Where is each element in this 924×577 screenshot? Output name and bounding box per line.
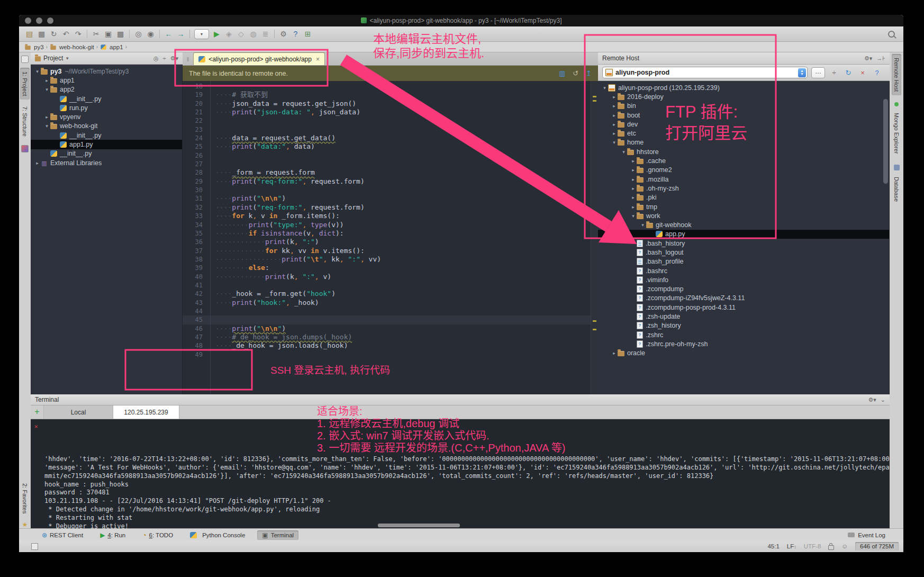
remote-row-boot[interactable]: ▸boot — [598, 111, 889, 120]
remote-row-.bashrc[interactable]: .bashrc — [598, 266, 889, 275]
project-row-web-hook-git[interactable]: ▾web-hook-git — [31, 122, 182, 131]
remote-row-oracle[interactable]: ▸oracle — [598, 349, 889, 358]
debug-icon[interactable]: ◈ — [223, 27, 235, 41]
terminal-output[interactable]: ✕ 'hhdev', 'time': '2016-07-22T14:13:22+… — [31, 419, 890, 528]
project-row-run.py[interactable]: run.py — [31, 103, 182, 112]
code-line-49[interactable]: 49 — [183, 350, 598, 359]
tree-arrow-icon[interactable]: ▾ — [43, 87, 50, 92]
code-line-27[interactable]: 27 — [183, 160, 598, 168]
remote-row-.oh-my-zsh[interactable]: ▸.oh-my-zsh — [598, 184, 889, 193]
memory-indicator[interactable]: 646 of 725M — [855, 542, 899, 551]
run-icon[interactable]: ▶ — [211, 27, 223, 41]
tree-arrow-icon[interactable]: ▾ — [601, 85, 608, 91]
tool-tab-python-console[interactable]: Python Console — [185, 531, 250, 539]
tree-arrow-icon[interactable]: ▸ — [34, 160, 41, 166]
terminal-tab-remote[interactable]: 120.25.195.239 — [113, 405, 179, 419]
remote-row-.cache[interactable]: ▸.cache — [598, 156, 889, 165]
remote-row-.pki[interactable]: ▸.pki — [598, 193, 889, 202]
code-line-38[interactable]: 38················print("\t", kk, ":", v… — [183, 255, 598, 264]
tree-arrow-icon[interactable]: ▾ — [630, 213, 637, 219]
code-line-22[interactable]: 22 — [183, 116, 598, 125]
code-line-41[interactable]: 41 — [183, 281, 598, 290]
remote-row-.bash_history[interactable]: .bash_history — [598, 239, 889, 248]
remote-row-.zshrc[interactable]: .zshrc — [598, 330, 889, 339]
remote-row-app.py[interactable]: app.py — [598, 230, 889, 239]
collapse-all-icon[interactable]: ÷ — [163, 55, 166, 61]
redo-icon[interactable]: ↷ — [72, 27, 84, 41]
remote-row-home[interactable]: ▾home — [598, 138, 889, 147]
tree-arrow-icon[interactable]: ▸ — [630, 158, 637, 164]
code-line-45[interactable]: 45 — [183, 315, 598, 324]
code-line-44[interactable]: 44 — [183, 307, 598, 315]
settings-icon[interactable]: ⚙ — [277, 27, 289, 41]
remote-row-.zcompdump-iZ94fv5sjweZ-4.3.11[interactable]: .zcompdump-iZ94fv5sjweZ-4.3.11 — [598, 294, 889, 303]
help-icon[interactable]: ? — [289, 27, 302, 41]
tree-arrow-icon[interactable]: ▸ — [630, 204, 637, 210]
minimize-icon[interactable]: ⌄ — [881, 396, 885, 403]
lock-icon[interactable] — [828, 545, 834, 550]
locate-icon[interactable]: ◎ — [153, 55, 159, 62]
save-icon[interactable]: ▦ — [35, 27, 48, 41]
tree-arrow-icon[interactable]: ▾ — [639, 222, 646, 228]
sidebar-tab-remote-host[interactable]: Remote Host — [892, 54, 901, 95]
code-line-46[interactable]: 46····print("\n\n") — [183, 324, 598, 333]
remote-row-work[interactable]: ▾work — [598, 211, 889, 220]
server-select[interactable]: aliyun-posp-prod ▲▼ — [602, 67, 808, 78]
code-line-21[interactable]: 21····print("json-data: ", json_data) — [183, 108, 598, 116]
remote-row-.zsh-update[interactable]: .zsh-update — [598, 312, 889, 321]
gear-icon[interactable]: ⚙▾ — [864, 55, 872, 62]
stepper-icon[interactable]: ▲▼ — [798, 68, 806, 77]
hscrollbar-thumb[interactable] — [378, 524, 460, 527]
tree-arrow-icon[interactable]: ▾ — [620, 149, 627, 155]
code-line-24[interactable]: 24····data = request.get_data() — [183, 134, 598, 142]
diff-columns-icon[interactable]: ▥ — [559, 69, 565, 77]
open-folder-icon[interactable]: ▤ — [23, 27, 35, 41]
tree-arrow-icon[interactable]: ▾ — [43, 123, 50, 129]
editor-tab[interactable]: <aliyun-posp-prod> git-webhook/app × — [193, 52, 325, 65]
new-session-button[interactable]: + — [31, 405, 44, 419]
close-icon[interactable]: × — [857, 69, 868, 77]
forward-icon[interactable]: → — [175, 27, 187, 41]
file-encoding[interactable]: UTF-8 — [804, 543, 821, 549]
scrollbar-thumb[interactable] — [883, 99, 888, 184]
replace-icon[interactable]: ◉ — [144, 27, 157, 41]
paste-icon[interactable]: ▩ — [114, 27, 126, 41]
tree-arrow-icon[interactable]: ▸ — [630, 195, 637, 200]
remote-row-.viminfo[interactable]: .viminfo — [598, 275, 889, 284]
tree-arrow-icon[interactable]: ▸ — [630, 167, 637, 173]
gear-icon[interactable]: ⚙▾ — [868, 396, 876, 403]
project-panel-title[interactable]: Project — [43, 55, 63, 62]
line-separator[interactable]: LF↕ — [787, 543, 796, 549]
rollback-icon[interactable]: ↺ — [573, 69, 578, 77]
sidebar-tab-project[interactable]: 1: Project — [20, 68, 30, 100]
upload-icon[interactable]: ↥ — [586, 69, 592, 77]
code-line-30[interactable]: 30 — [183, 186, 598, 194]
remote-row-.zsh_history[interactable]: .zsh_history — [598, 321, 889, 330]
tree-arrow-icon[interactable]: ▸ — [611, 122, 618, 127]
code-line-39[interactable]: 39········else: — [183, 264, 598, 272]
code-line-35[interactable]: 35········if isinstance(v, dict): — [183, 229, 598, 238]
remote-row-dev[interactable]: ▸dev — [598, 120, 889, 129]
undo-icon[interactable]: ↶ — [60, 27, 72, 41]
sidebar-tab-database[interactable]: Database — [892, 173, 901, 205]
back-icon[interactable]: ← — [162, 27, 175, 41]
code-line-43[interactable]: 43····print("hook:", _hook) — [183, 299, 598, 307]
code-line-26[interactable]: 26 — [183, 151, 598, 160]
project-row-__init__.py[interactable]: __init__.py — [31, 131, 182, 140]
remote-row-.zcompdump-posp-prod-4.3.11[interactable]: .zcompdump-posp-prod-4.3.11 — [598, 303, 889, 312]
project-row-__init__.py[interactable]: __init__.py — [31, 149, 182, 158]
code-line-32[interactable]: 32····print("req-form:", request.form) — [183, 203, 598, 212]
code-line-42[interactable]: 42····_hook = _form.get("hook") — [183, 290, 598, 298]
close-session-icon[interactable]: ✕ — [34, 422, 38, 431]
profiler-icon[interactable]: ◍ — [247, 27, 259, 41]
gear-icon[interactable]: ⚙▾ — [170, 55, 178, 62]
code-line-47[interactable]: 47····# de_hook = json.dumps(_hook) — [183, 333, 598, 341]
browse-servers-button[interactable]: … — [811, 67, 825, 78]
tree-arrow-icon[interactable]: ▸ — [43, 114, 50, 120]
remote-row-aliyun-posp-prod (120.25.195.239)[interactable]: ▾aliyun-posp-prod (120.25.195.239) — [598, 83, 889, 92]
tree-arrow-icon[interactable]: ▸ — [611, 94, 618, 100]
code-line-19[interactable]: 19····# 获取不到 — [183, 91, 598, 99]
sidebar-tab-favorites[interactable]: 2: Favorites — [20, 480, 30, 517]
project-row-app1.py[interactable]: app1.py — [31, 140, 182, 149]
remote-row-.bash_profile[interactable]: .bash_profile — [598, 257, 889, 266]
